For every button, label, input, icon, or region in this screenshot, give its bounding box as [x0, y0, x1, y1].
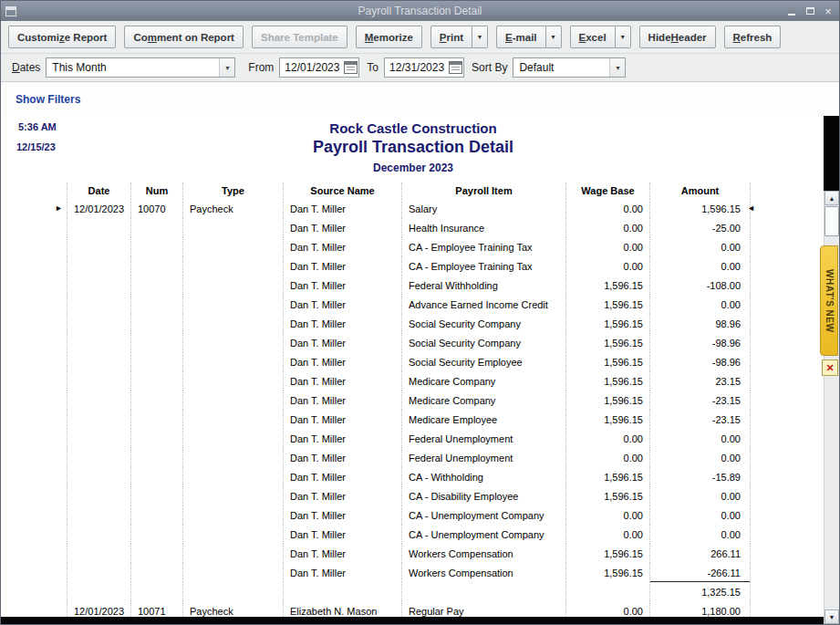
table-row[interactable]: Dan T. MillerSocial Security Company1,59…	[67, 333, 751, 352]
dates-dropdown[interactable]: This Month ▼	[46, 57, 235, 78]
cell-amount: -23.15	[650, 391, 751, 410]
column-header-type[interactable]: Type	[183, 182, 284, 199]
print-button[interactable]: Print	[430, 26, 472, 48]
cell-source: Dan T. Miller	[284, 352, 402, 371]
maximize-icon[interactable]	[804, 5, 816, 17]
table-row[interactable]: Dan T. MillerCA - Withholding1,596.15-15…	[67, 467, 751, 486]
chevron-down-icon[interactable]: ▼	[609, 58, 625, 77]
cell-amount: 0.00	[650, 295, 751, 314]
table-row[interactable]: Dan T. MillerFederal Withholding1,596.15…	[67, 276, 751, 295]
share-template-button[interactable]: Share Template	[252, 26, 347, 48]
cell-amount: 0.00	[650, 486, 751, 505]
calendar-icon[interactable]	[449, 61, 462, 74]
column-header-wage-base[interactable]: Wage Base	[566, 182, 650, 199]
cell-num	[131, 410, 183, 429]
window-title: Payroll Transaction Detail	[1, 5, 839, 17]
column-header-source-name[interactable]: Source Name	[284, 182, 402, 199]
scrollbar-up-icon[interactable]: ▲	[824, 191, 839, 205]
table-row[interactable]: Dan T. MillerHealth Insurance0.00-25.00	[67, 218, 751, 237]
memorize-button[interactable]: Memorize	[356, 26, 422, 48]
sort-by-dropdown[interactable]: Default ▼	[513, 57, 626, 78]
table-row[interactable]: Dan T. MillerSocial Security Employee1,5…	[67, 352, 751, 371]
cell-wage	[566, 582, 650, 601]
table-row[interactable]: Dan T. MillerMedicare Company1,596.1523.…	[67, 371, 751, 391]
table-row[interactable]: 12/01/202310070PaycheckDan T. MillerSala…	[67, 199, 751, 218]
close-icon[interactable]: ×	[822, 5, 835, 17]
cell-item	[402, 582, 566, 601]
cell-num	[131, 525, 183, 544]
table-row[interactable]: Dan T. MillerFederal Unemployment0.000.0…	[67, 448, 751, 467]
cell-amount: 0.00	[650, 448, 751, 467]
table-row[interactable]: Dan T. MillerAdvance Earned Income Credi…	[67, 295, 751, 314]
cell-wage: 1,596.15	[566, 410, 650, 429]
cell-type	[183, 218, 284, 237]
table-total-row[interactable]: 1,325.15	[67, 582, 751, 601]
scrollbar-thumb[interactable]	[824, 206, 839, 236]
show-filters-bar: Show Filters	[1, 82, 839, 116]
e-mail-dropdown-arrow-icon[interactable]: ▼	[546, 26, 562, 48]
cell-date	[67, 352, 131, 371]
column-header-num[interactable]: Num	[131, 182, 183, 199]
cell-date: 12/01/2023	[67, 199, 131, 218]
title-bar: Payroll Transaction Detail ×	[1, 1, 839, 21]
whats-new-tab[interactable]: WHAT'S NEW	[820, 245, 838, 356]
cell-type	[183, 333, 284, 352]
print-dropdown-arrow-icon[interactable]: ▼	[472, 26, 488, 48]
cell-item: CA - Withholding	[402, 467, 566, 486]
to-date-value: 12/31/2023	[385, 61, 449, 74]
cell-wage: 0.00	[566, 505, 650, 525]
whats-new-close-button[interactable]: ✕	[822, 359, 838, 376]
show-filters-link[interactable]: Show Filters	[16, 93, 80, 106]
minimize-icon[interactable]	[785, 5, 798, 17]
excel-button[interactable]: Excel	[570, 26, 616, 48]
table-row[interactable]: Dan T. MillerWorkers Compensation1,596.1…	[67, 544, 751, 563]
cell-amount: 23.15	[650, 371, 751, 391]
table-row[interactable]: Dan T. MillerCA - Unemployment Company0.…	[67, 525, 751, 544]
cell-wage: 0.00	[566, 525, 650, 544]
cell-wage: 1,596.15	[566, 391, 650, 410]
cell-date	[67, 544, 131, 563]
table-row[interactable]: Dan T. MillerSocial Security Company1,59…	[67, 314, 751, 333]
cell-source: Dan T. Miller	[284, 371, 402, 391]
cell-wage: 0.00	[566, 218, 650, 237]
cell-num	[131, 218, 183, 237]
table-row[interactable]: Dan T. MillerCA - Disability Employee1,5…	[67, 486, 751, 505]
cell-date	[67, 256, 131, 276]
calendar-icon[interactable]	[344, 61, 358, 74]
table-row[interactable]: Dan T. MillerWorkers Compensation1,596.1…	[67, 563, 751, 582]
cell-source: Dan T. Miller	[284, 525, 402, 544]
from-date-field[interactable]: 12/01/2023	[279, 57, 359, 78]
e-mail-button[interactable]: E-mail	[496, 26, 546, 48]
table-header-row: Date Num Type Source Name Payroll Item W…	[67, 182, 751, 199]
column-header-payroll-item[interactable]: Payroll Item	[402, 182, 566, 199]
customize-report-button[interactable]: Customize Report	[8, 26, 116, 48]
close-icon: ✕	[825, 363, 834, 373]
cell-type	[183, 256, 284, 276]
report-window: Payroll Transaction Detail × Customize R…	[0, 0, 840, 625]
cell-source: Dan T. Miller	[284, 256, 402, 276]
chevron-down-icon[interactable]: ▼	[219, 58, 234, 77]
column-header-amount[interactable]: Amount	[650, 182, 751, 199]
table-row[interactable]: Dan T. MillerCA - Unemployment Company0.…	[67, 505, 751, 525]
cell-type	[183, 352, 284, 371]
cell-date	[67, 467, 131, 486]
cell-wage: 1,596.15	[566, 314, 650, 333]
cell-date	[67, 333, 131, 352]
table-row[interactable]: Dan T. MillerCA - Employee Training Tax0…	[67, 237, 751, 256]
cell-item: Salary	[402, 199, 566, 218]
table-row[interactable]: Dan T. MillerMedicare Employee1,596.15-2…	[67, 410, 751, 429]
cell-amount: -98.96	[650, 333, 751, 352]
scrollbar-down-icon[interactable]: ▼	[824, 609, 839, 624]
table-row[interactable]: Dan T. MillerCA - Employee Training Tax0…	[67, 256, 751, 276]
table-row[interactable]: Dan T. MillerFederal Unemployment0.000.0…	[67, 429, 751, 448]
table-row[interactable]: Dan T. MillerMedicare Company1,596.15-23…	[67, 391, 751, 410]
to-date-field[interactable]: 12/31/2023	[384, 57, 464, 78]
cell-num	[131, 544, 183, 563]
column-header-date[interactable]: Date	[67, 182, 131, 199]
hide-header-button[interactable]: Hide Header	[639, 26, 716, 48]
refresh-button[interactable]: Refresh	[724, 26, 782, 48]
toolbar: Customize ReportComment on ReportShare T…	[1, 21, 839, 54]
excel-dropdown-arrow-icon[interactable]: ▼	[616, 26, 631, 48]
comment-on-report-button[interactable]: Comment on Report	[124, 26, 244, 48]
cell-wage: 0.00	[566, 256, 650, 276]
